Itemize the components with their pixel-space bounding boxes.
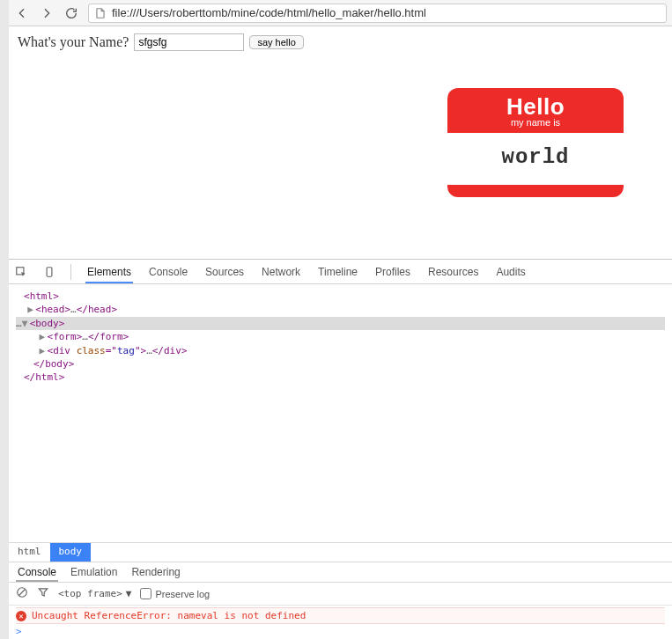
console-toolbar: <top frame> ▼ Preserve log: [9, 583, 672, 606]
nametag-header: Hello my name is: [447, 88, 624, 133]
page-viewport: What's your Name? say hello Hello my nam…: [9, 26, 672, 255]
drawer-tab-rendering[interactable]: Rendering: [129, 562, 181, 582]
elements-tree[interactable]: <html> ▶<head>…</head> …▼<body> ▶<form>……: [9, 284, 672, 542]
svg-line-3: [19, 590, 26, 596]
window-left-edge: [0, 0, 9, 639]
tab-elements[interactable]: Elements: [85, 261, 133, 283]
crumb-html[interactable]: html: [9, 543, 50, 562]
drawer-tab-console[interactable]: Console: [16, 562, 58, 582]
browser-toolbar: file:///Users/roberttomb/mine/code/html/…: [9, 0, 672, 26]
console-prompt[interactable]: >: [16, 624, 665, 637]
url-text: file:///Users/roberttomb/mine/code/html/…: [112, 6, 426, 19]
svg-marker-4: [39, 589, 47, 596]
drawer-tabs: Console Emulation Rendering: [9, 562, 672, 583]
nametag: Hello my name is world: [447, 88, 624, 197]
say-hello-button[interactable]: say hello: [249, 35, 303, 49]
preserve-log-label: Preserve log: [155, 589, 210, 599]
device-icon[interactable]: [42, 265, 56, 279]
file-icon: [94, 7, 107, 19]
divider: [70, 264, 71, 280]
drawer-tab-emulation[interactable]: Emulation: [69, 562, 119, 582]
nametag-subtitle: my name is: [447, 117, 624, 128]
devtools-panel: Elements Console Sources Network Timelin…: [9, 259, 672, 639]
tab-network[interactable]: Network: [260, 261, 302, 283]
forward-button[interactable]: [39, 5, 55, 21]
error-icon: ✕: [16, 611, 26, 621]
tab-audits[interactable]: Audits: [494, 261, 527, 283]
tab-profiles[interactable]: Profiles: [373, 261, 412, 283]
preserve-log[interactable]: Preserve log: [140, 588, 210, 599]
console-messages: ✕ Uncaught ReferenceError: nameval is no…: [9, 606, 672, 639]
chevron-down-icon: ▼: [126, 588, 132, 599]
url-bar[interactable]: file:///Users/roberttomb/mine/code/html/…: [88, 4, 667, 23]
prompt-label: What's your Name?: [18, 34, 129, 50]
frame-selector[interactable]: <top frame> ▼: [58, 588, 131, 599]
name-form: What's your Name? say hello: [18, 33, 663, 51]
dom-breadcrumb: html body: [9, 542, 672, 562]
tab-timeline[interactable]: Timeline: [316, 261, 359, 283]
tab-sources[interactable]: Sources: [203, 261, 246, 283]
dom-body-node[interactable]: …▼<body>: [16, 317, 665, 330]
tab-resources[interactable]: Resources: [426, 261, 480, 283]
name-input[interactable]: [134, 33, 244, 51]
filter-icon[interactable]: [37, 586, 49, 601]
frame-label: <top frame>: [58, 588, 122, 599]
svg-rect-1: [47, 267, 52, 276]
console-error-row[interactable]: ✕ Uncaught ReferenceError: nameval is no…: [16, 607, 665, 624]
reload-button[interactable]: [63, 5, 79, 21]
preserve-log-checkbox[interactable]: [140, 588, 151, 599]
devtools-tabstrip: Elements Console Sources Network Timelin…: [9, 260, 672, 284]
back-button[interactable]: [14, 5, 30, 21]
nametag-name: world: [447, 133, 624, 185]
clear-console-icon[interactable]: [16, 586, 28, 601]
error-text: Uncaught ReferenceError: nameval is not …: [32, 610, 306, 621]
crumb-body[interactable]: body: [50, 543, 92, 562]
inspect-icon[interactable]: [14, 265, 28, 279]
nametag-footer: [447, 185, 624, 197]
tab-console[interactable]: Console: [147, 261, 189, 283]
